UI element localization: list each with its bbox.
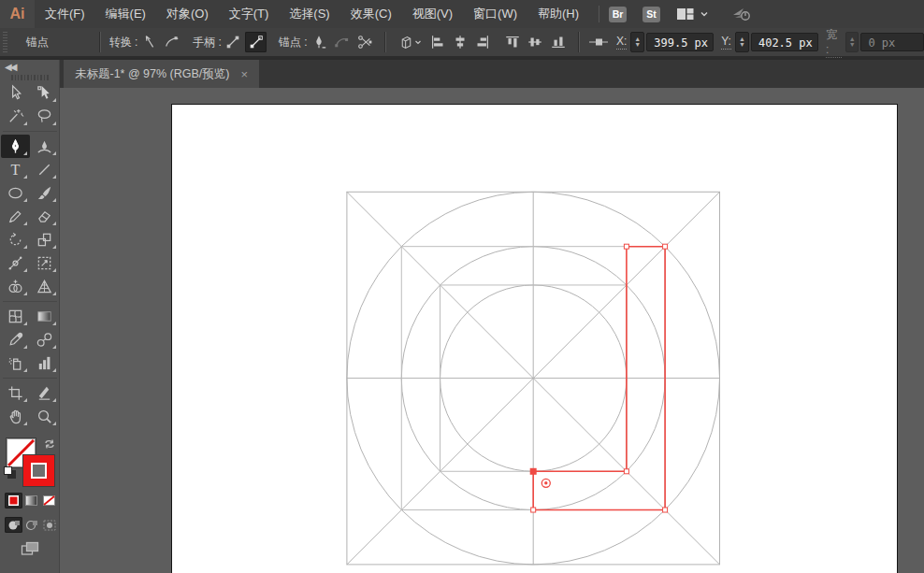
- workspace-switcher-button[interactable]: [676, 7, 709, 21]
- tool-eraser[interactable]: [30, 205, 59, 228]
- anchor-point[interactable]: [624, 469, 628, 474]
- align-to-selection-dropdown[interactable]: [396, 32, 426, 52]
- panel-collapse-button[interactable]: ◀◀: [0, 60, 59, 74]
- stroke-swatch[interactable]: [23, 455, 54, 486]
- menu-item[interactable]: 编辑(E): [95, 0, 156, 28]
- handles-show-icon: [248, 34, 265, 50]
- y-label[interactable]: Y:: [721, 35, 731, 50]
- selected-anchor-point[interactable]: [530, 468, 537, 475]
- align-top-button[interactable]: [502, 32, 523, 52]
- artboard[interactable]: [171, 104, 898, 573]
- handles-hide-button[interactable]: [223, 32, 243, 52]
- tool-curvature[interactable]: [30, 135, 59, 158]
- draw-inside-button[interactable]: [40, 517, 58, 533]
- stock-button[interactable]: St: [642, 7, 660, 22]
- document-title: 未标题-1* @ 97% (RGB/预览): [75, 66, 230, 82]
- panel-grip[interactable]: [3, 32, 7, 52]
- tool-symbol-sprayer[interactable]: [1, 351, 30, 375]
- align-bottom-icon: [550, 34, 567, 50]
- menu-item[interactable]: 文字(T): [219, 0, 280, 28]
- perspective-grid-icon: [36, 278, 53, 295]
- color-button[interactable]: [5, 493, 22, 509]
- tool-artboard-tool[interactable]: [1, 381, 30, 405]
- gradient-button[interactable]: [22, 493, 40, 509]
- tool-paintbrush[interactable]: [30, 181, 59, 205]
- none-button[interactable]: [40, 493, 58, 509]
- tool-rotate[interactable]: [1, 228, 30, 251]
- tool-column-graph[interactable]: [30, 351, 59, 375]
- connect-endpoints-button[interactable]: [331, 32, 352, 52]
- draw-normal-button[interactable]: [5, 517, 22, 533]
- tool-zoom[interactable]: [30, 405, 59, 428]
- tool-eyedropper[interactable]: [1, 328, 30, 351]
- anchor-point[interactable]: [624, 244, 628, 249]
- x-label[interactable]: X:: [616, 35, 627, 50]
- align-horizontal-center-button[interactable]: [450, 32, 470, 52]
- align-vertical-center-button[interactable]: [525, 32, 545, 52]
- y-field-group: Y: ▲▼ 402.5 px: [714, 32, 818, 52]
- bridge-button[interactable]: Br: [609, 7, 627, 22]
- anchor-point[interactable]: [531, 508, 536, 512]
- tool-width-tool[interactable]: [1, 251, 30, 275]
- menu-item[interactable]: 帮助(H): [527, 0, 589, 28]
- convert-to-smooth-button[interactable]: [162, 32, 182, 52]
- tool-perspective-grid[interactable]: [30, 275, 59, 298]
- tool-blend[interactable]: [30, 328, 59, 351]
- menu-item[interactable]: 选择(S): [279, 0, 339, 28]
- x-input[interactable]: 399.5 px: [646, 33, 714, 51]
- tool-pencil[interactable]: [1, 205, 30, 228]
- tool-pen[interactable]: [1, 135, 30, 158]
- symbol-sprayer-icon: [7, 354, 24, 372]
- x-stepper[interactable]: ▲▼: [630, 32, 644, 52]
- tool-gradient[interactable]: [30, 305, 59, 328]
- tool-shape-builder[interactable]: [1, 275, 30, 298]
- align-right-button[interactable]: [472, 32, 493, 52]
- y-input[interactable]: 402.5 px: [751, 33, 818, 51]
- tool-hand[interactable]: [1, 405, 30, 428]
- tool-free-transform[interactable]: [30, 251, 59, 275]
- tool-magic-wand[interactable]: [1, 105, 30, 128]
- draw-behind-button[interactable]: [22, 517, 40, 533]
- tool-line-segment[interactable]: [30, 158, 59, 181]
- menu-item[interactable]: 窗口(W): [463, 0, 527, 28]
- menu-bar: Ai 文件(F)编辑(E)对象(O)文字(T)选择(S)效果(C)视图(V)窗口…: [0, 0, 924, 28]
- document-tab[interactable]: 未标题-1* @ 97% (RGB/预览) ×: [64, 60, 259, 88]
- tab-close-button[interactable]: ×: [241, 68, 249, 80]
- convert-to-corner-button[interactable]: [138, 32, 159, 52]
- default-fill-stroke-icon[interactable]: [4, 466, 17, 480]
- tool-ellipse[interactable]: [1, 181, 30, 205]
- magic-wand-icon: [7, 107, 24, 125]
- menu-item[interactable]: 视图(V): [402, 0, 463, 28]
- pasteboard[interactable]: [60, 88, 924, 573]
- align-bottom-button[interactable]: [548, 32, 569, 52]
- panel-drag-grip[interactable]: [0, 74, 59, 81]
- tools-grid: T: [0, 81, 59, 428]
- gpu-performance-button[interactable]: [731, 6, 752, 22]
- screen-mode-button[interactable]: [21, 541, 39, 560]
- tool-lasso[interactable]: [30, 105, 59, 128]
- align-right-icon: [474, 34, 491, 50]
- anchor-point[interactable]: [663, 508, 668, 512]
- y-stepper[interactable]: ▲▼: [735, 32, 749, 52]
- cut-path-button[interactable]: [354, 32, 374, 52]
- artwork-canvas[interactable]: [172, 105, 897, 573]
- align-left-button[interactable]: [426, 32, 447, 52]
- tool-slice[interactable]: [30, 381, 59, 405]
- menu-item[interactable]: 文件(F): [35, 0, 95, 28]
- menu-item[interactable]: 对象(O): [156, 0, 219, 28]
- menu-separator: [599, 6, 599, 22]
- x-field-group: X: ▲▼ 399.5 px: [609, 32, 714, 52]
- tool-selection[interactable]: [1, 81, 30, 105]
- menu-item[interactable]: 效果(C): [340, 0, 402, 28]
- tool-scale[interactable]: [30, 228, 59, 251]
- remove-anchor-button[interactable]: [308, 32, 328, 52]
- tool-direct-selection[interactable]: [30, 81, 59, 105]
- divider: [384, 32, 386, 52]
- anchor-point[interactable]: [663, 244, 668, 249]
- swap-fill-stroke-icon[interactable]: [43, 437, 56, 454]
- tool-type[interactable]: T: [1, 158, 30, 181]
- handles-show-button[interactable]: [245, 32, 266, 52]
- tool-group-separator: [3, 378, 57, 379]
- remove-anchor-pen-icon: [310, 34, 327, 50]
- tool-mesh[interactable]: [1, 305, 30, 328]
